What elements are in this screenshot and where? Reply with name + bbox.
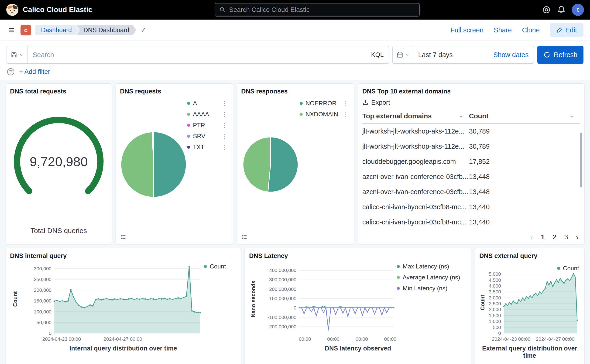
help-icon[interactable] (542, 5, 551, 14)
legend-item[interactable]: A⋮ (187, 100, 229, 107)
calico-logo[interactable] (6, 4, 19, 16)
legend-item-actions-icon[interactable]: ⋮ (221, 143, 229, 151)
legend-item[interactable]: Average Latency (ns) (397, 274, 467, 281)
export-button[interactable]: Export (362, 99, 580, 106)
table-row[interactable]: calico-cni-ivan-byocni-03cfb8-mc...13,44… (362, 215, 580, 230)
menu-icon[interactable] (6, 26, 16, 34)
column-header[interactable]: Count (469, 110, 580, 124)
legend-color-dot (397, 265, 400, 268)
legend-toggle-icon[interactable] (241, 234, 248, 240)
legend-item-actions-icon[interactable]: ⋮ (221, 122, 229, 129)
kql-search-input[interactable] (27, 46, 371, 63)
legend-item[interactable]: TXT⋮ (187, 143, 229, 151)
table-row[interactable]: jlt-worksh-jlt-workshop-aks-112e...30,78… (362, 139, 580, 154)
table-row[interactable]: azcni-over-ivan-conference-03cfb...13,44… (362, 169, 580, 184)
panel-dns-top-external-domains: DNS Top 10 external domains Export Top e… (358, 84, 584, 244)
panel-title: DNS responses (241, 88, 350, 95)
add-filter-button[interactable]: + Add filter (19, 68, 50, 76)
edit-button[interactable]: Edit (550, 23, 584, 37)
legend-item[interactable]: Count (557, 265, 579, 272)
legend-item[interactable]: NOERROR⋮ (300, 100, 350, 107)
space-badge[interactable]: c (20, 25, 31, 35)
breadcrumb: Dashboard DNS Dashboard (35, 25, 136, 35)
pagination-previous-icon[interactable]: ‹ (530, 233, 533, 242)
svg-text:1,000: 1,000 (489, 318, 501, 324)
legend-label: A (193, 100, 197, 107)
column-header-label: Count (469, 112, 489, 120)
clone-button[interactable]: Clone (522, 26, 540, 34)
svg-text:5,000: 5,000 (489, 271, 501, 277)
pagination-page-3[interactable]: 3 (564, 233, 568, 241)
gauge-value: 9,720,980 (10, 98, 107, 226)
saved-check-icon[interactable]: ✓ (141, 26, 146, 34)
legend-item[interactable]: PTR⋮ (187, 122, 229, 129)
table-row[interactable]: clouddebugger.googleapis.com17,852 (362, 154, 580, 169)
legend-item-actions-icon[interactable]: ⋮ (221, 111, 229, 118)
legend-label: AAAA (193, 111, 209, 118)
kql-badge[interactable]: KQL (371, 51, 389, 58)
saved-query-menu-button[interactable] (7, 46, 27, 63)
top-navbar: Calico Cloud Elastic t (0, 0, 590, 20)
count-cell: 13,448 (469, 169, 580, 184)
dns-requests-pie-chart[interactable] (120, 131, 187, 198)
legend-item[interactable]: NXDOMAIN⋮ (300, 111, 350, 118)
notifications-icon[interactable] (557, 5, 566, 14)
panel-dns-latency: DNS Latency -200,000,000-100,000,0000100… (245, 248, 471, 364)
time-range-label[interactable]: Last 7 days (413, 51, 453, 59)
legend-item[interactable]: AAAA⋮ (187, 111, 229, 118)
pagination-next-icon[interactable]: › (576, 233, 579, 242)
share-button[interactable]: Share (494, 26, 512, 34)
app-title: Calico Cloud Elastic (23, 6, 92, 14)
legend-color-dot (204, 265, 207, 268)
legend-color-dot (300, 113, 303, 116)
global-search[interactable] (215, 3, 420, 17)
count-cell: 13,440 (469, 200, 580, 215)
svg-text:250,000: 250,000 (34, 277, 52, 282)
refresh-button[interactable]: Refresh (537, 46, 584, 64)
svg-text:00:00: 00:00 (327, 336, 339, 342)
chevron-down-icon (405, 53, 409, 57)
column-header-label: Top external domains (362, 112, 432, 120)
gauge-chart[interactable]: 9,720,980 (10, 98, 107, 226)
legend-item[interactable]: Count (204, 263, 237, 270)
user-avatar[interactable]: t (572, 4, 584, 16)
legend-item-actions-icon[interactable]: ⋮ (221, 100, 229, 107)
panel-dns-internal-query: DNS internal query 050,000100,000150,000… (6, 248, 241, 364)
legend-item-actions-icon[interactable]: ⋮ (342, 100, 350, 107)
pagination-page-2[interactable]: 2 (552, 233, 556, 241)
svg-text:300,000,000: 300,000,000 (269, 277, 296, 282)
dashboard-grid: DNS total requests 9,720,980 Total DNS q… (0, 80, 590, 364)
table-row[interactable]: azcni-over-ivan-conference-03cfb...13,44… (362, 184, 580, 200)
svg-text:0: 0 (294, 305, 296, 310)
table-scrollbar[interactable] (580, 133, 582, 187)
table-row[interactable]: calico-cni-ivan-byocni-03cfb8-mc...13,44… (362, 200, 580, 215)
legend-item-actions-icon[interactable]: ⋮ (342, 111, 350, 118)
filter-bar: + Add filter (0, 66, 590, 80)
column-header[interactable]: Top external domains (362, 110, 469, 124)
breadcrumb-dashboard[interactable]: Dashboard (35, 25, 79, 35)
domain-cell: jlt-worksh-jlt-workshop-aks-112e... (362, 139, 469, 154)
svg-text:Count: Count (480, 295, 486, 310)
filter-icon[interactable] (6, 68, 15, 76)
show-dates-button[interactable]: Show dates (493, 51, 534, 59)
pagination-page-1[interactable]: 1 (541, 233, 545, 241)
latency-line-chart[interactable]: -200,000,000-100,000,0000100,000,000200,… (249, 261, 397, 343)
global-search-input[interactable] (229, 6, 415, 13)
legend-item[interactable]: SRV⋮ (187, 133, 229, 140)
legend-color-dot (557, 267, 560, 270)
table-row[interactable]: jlt-worksh-jlt-workshop-aks-112e...30,78… (362, 124, 580, 139)
chart-caption: DNS latency observed (249, 345, 467, 352)
svg-text:00:00: 00:00 (356, 336, 368, 342)
full-screen-button[interactable]: Full screen (450, 26, 484, 34)
internal-query-area-chart[interactable]: 050,000100,000150,000200,000250,000300,0… (10, 261, 204, 343)
legend-item[interactable]: Max Latency (ns) (397, 263, 467, 270)
chart-legend: Count (557, 261, 579, 276)
dns-responses-pie-chart[interactable] (242, 136, 299, 193)
date-quick-select-button[interactable] (393, 46, 413, 63)
search-icon (219, 6, 226, 13)
legend-item-actions-icon[interactable]: ⋮ (221, 133, 229, 140)
count-cell: 30,789 (469, 139, 580, 154)
query-bar: KQL Last 7 days Show dates Refresh (0, 41, 590, 66)
legend-toggle-icon[interactable] (120, 234, 127, 240)
legend-item[interactable]: Min Latency (ns) (397, 285, 467, 292)
